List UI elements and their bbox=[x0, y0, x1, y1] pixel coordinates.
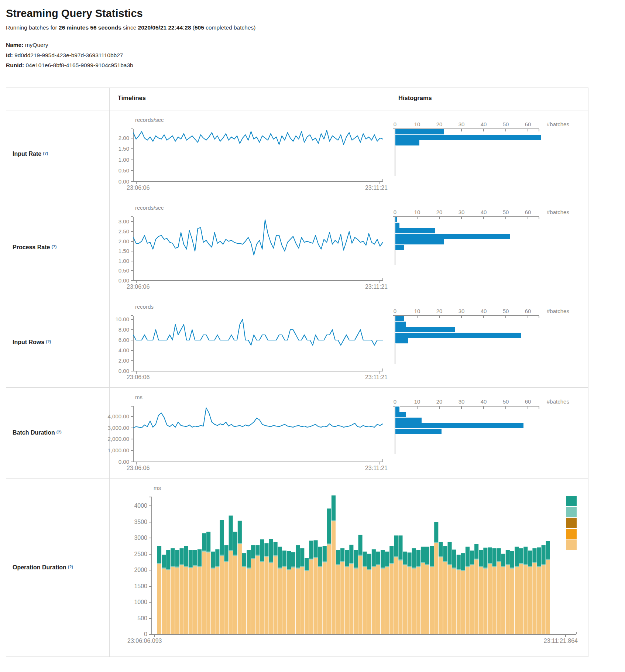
stacked-bar-segment-bottom bbox=[506, 565, 510, 634]
legend-swatch bbox=[566, 507, 577, 517]
x-tick-label: 60 bbox=[525, 209, 531, 215]
stacked-bar-segment-middle bbox=[332, 520, 336, 521]
stacked-bar-segment-middle bbox=[287, 569, 291, 570]
legend-swatch bbox=[566, 528, 577, 539]
x-end-label: 23:11:21 bbox=[365, 374, 388, 380]
stacked-bar-segment-top bbox=[523, 546, 528, 564]
stacked-bar-segment-middle bbox=[430, 566, 434, 567]
x-tick-label: 50 bbox=[503, 209, 509, 215]
stacked-bar-segment-top bbox=[180, 548, 184, 565]
stacked-bar-segment-top bbox=[532, 548, 536, 562]
stacked-bar-segment-top bbox=[381, 550, 385, 568]
stats-table: Timelines Histograms Input Rate(?) recor… bbox=[6, 88, 588, 657]
stacked-bar-segment-top bbox=[229, 515, 233, 550]
stacked-bar-segment-top bbox=[416, 550, 420, 566]
stacked-bar-segment-bottom bbox=[408, 567, 412, 634]
stacked-bar-segment-bottom bbox=[157, 563, 161, 634]
x-start-label: 23:06:06 bbox=[127, 465, 150, 471]
process-rate-histogram-cell: 0102030405060#batches bbox=[390, 198, 588, 297]
timeline-series-line bbox=[133, 408, 383, 428]
stacked-bar-segment-middle bbox=[206, 551, 210, 552]
stacked-bar-segment-bottom bbox=[233, 556, 237, 634]
stacked-bar-segment-top bbox=[519, 548, 523, 563]
stacked-bar-segment-bottom bbox=[215, 567, 219, 634]
stacked-bar-segment-top bbox=[363, 551, 367, 566]
help-icon[interactable]: (?) bbox=[43, 151, 48, 155]
histogram-bar bbox=[395, 332, 521, 338]
input-rows-timeline-chart: records10.008.006.004.002.000.0023:06:06… bbox=[110, 297, 389, 388]
help-icon[interactable]: (?) bbox=[51, 244, 56, 249]
batches-axis-label: #batches bbox=[547, 398, 569, 405]
x-tick-label: 60 bbox=[525, 308, 531, 314]
batches-axis-label: #batches bbox=[547, 209, 569, 215]
timeline-series-line bbox=[133, 220, 383, 255]
stacked-bar-segment-bottom bbox=[278, 568, 282, 634]
stacked-bar-segment-top bbox=[501, 553, 505, 566]
running-duration: 26 minutes 56 seconds bbox=[59, 24, 121, 31]
stacked-bar-segment-top bbox=[470, 551, 474, 564]
stacked-bar-segment-top bbox=[483, 548, 487, 568]
stacked-bar-segment-top bbox=[327, 508, 331, 544]
stacked-bar-segment-bottom bbox=[448, 565, 452, 634]
stacked-bar-segment-middle bbox=[291, 566, 295, 568]
table-header-metric bbox=[6, 88, 109, 110]
stacked-bar-segment-bottom bbox=[336, 565, 340, 634]
stacked-bar-segment-bottom bbox=[274, 556, 278, 634]
input-rate-histogram-chart: 0102030405060#batches bbox=[390, 110, 588, 198]
x-tick-label: 20 bbox=[436, 209, 443, 215]
x-tick-label: 30 bbox=[459, 121, 465, 127]
x-tick-label: 60 bbox=[525, 121, 531, 127]
input-rate-histogram-cell: 0102030405060#batches bbox=[390, 110, 588, 198]
stacked-bar-segment-top bbox=[466, 546, 470, 566]
stacked-bar-segment-top bbox=[492, 548, 497, 566]
stacked-bar-segment-bottom bbox=[211, 568, 215, 634]
stacked-bar-segment-top bbox=[157, 546, 161, 563]
stacked-bar-segment-top bbox=[421, 546, 425, 562]
stacked-bar-segment-top bbox=[452, 549, 456, 568]
stacked-bar-segment-middle bbox=[305, 570, 309, 571]
stacked-bar-segment-top bbox=[220, 520, 224, 555]
stacked-bar-segment-middle bbox=[408, 566, 412, 567]
operation-duration-chart: ms4000350030002500200015001000500023:06:… bbox=[110, 479, 588, 657]
stacked-bar-segment-bottom bbox=[470, 565, 474, 634]
stacked-bar-segment-middle bbox=[296, 568, 300, 569]
stacked-bar-segment-middle bbox=[466, 566, 470, 567]
stacked-bar-segment-middle bbox=[497, 561, 501, 562]
row-label-text: Batch Duration bbox=[13, 429, 55, 436]
stacked-bar-segment-middle bbox=[318, 566, 322, 567]
row-label-text: Process Rate bbox=[13, 244, 50, 251]
stacked-bar-segment-top bbox=[318, 546, 322, 566]
stacked-bar-segment-middle bbox=[403, 564, 407, 565]
help-icon[interactable]: (?) bbox=[68, 565, 73, 569]
stacked-bar-segment-top bbox=[309, 541, 313, 559]
stacked-bar-segment-middle bbox=[233, 555, 237, 556]
x-end-label: 23:11:21 bbox=[365, 185, 388, 191]
stacked-bar-segment-middle bbox=[282, 566, 286, 567]
y-tick-label: 3.00 bbox=[119, 218, 129, 224]
y-tick-label: 2,000.00 bbox=[108, 436, 129, 442]
legend-swatch bbox=[566, 496, 577, 506]
y-tick-label: 0.50 bbox=[119, 267, 129, 274]
stacked-bar-segment-bottom bbox=[474, 559, 478, 634]
stacked-bar-segment-bottom bbox=[242, 567, 246, 634]
stacked-bar-segment-bottom bbox=[381, 568, 385, 634]
help-icon[interactable]: (?) bbox=[56, 430, 62, 434]
stacked-bar-segment-middle bbox=[193, 565, 197, 566]
stacked-bar-segment-bottom bbox=[260, 562, 264, 634]
stacked-bar-segment-middle bbox=[238, 543, 242, 544]
stacked-bar-segment-bottom bbox=[269, 563, 273, 634]
stacked-bar-segment-bottom bbox=[532, 563, 536, 634]
histogram-bar bbox=[395, 327, 455, 332]
stacked-bar-segment-middle bbox=[247, 568, 251, 569]
stacked-bar-segment-bottom bbox=[175, 568, 179, 634]
query-id-line: Id: 9d0dd219-995d-423e-b97d-36931110bb27 bbox=[6, 50, 619, 61]
help-icon[interactable]: (?) bbox=[46, 339, 51, 344]
stacked-bar-segment-middle bbox=[443, 561, 447, 562]
stacked-bar-segment-top bbox=[394, 535, 398, 556]
stacked-bar-segment-top bbox=[291, 552, 295, 566]
stacked-bar-segment-top bbox=[278, 546, 282, 568]
stacked-bar-segment-top bbox=[354, 550, 358, 568]
x-tick-label: 50 bbox=[503, 308, 509, 314]
stacked-bar-segment-middle bbox=[421, 562, 425, 563]
page-root: Streaming Query Statistics Running batch… bbox=[0, 0, 625, 657]
